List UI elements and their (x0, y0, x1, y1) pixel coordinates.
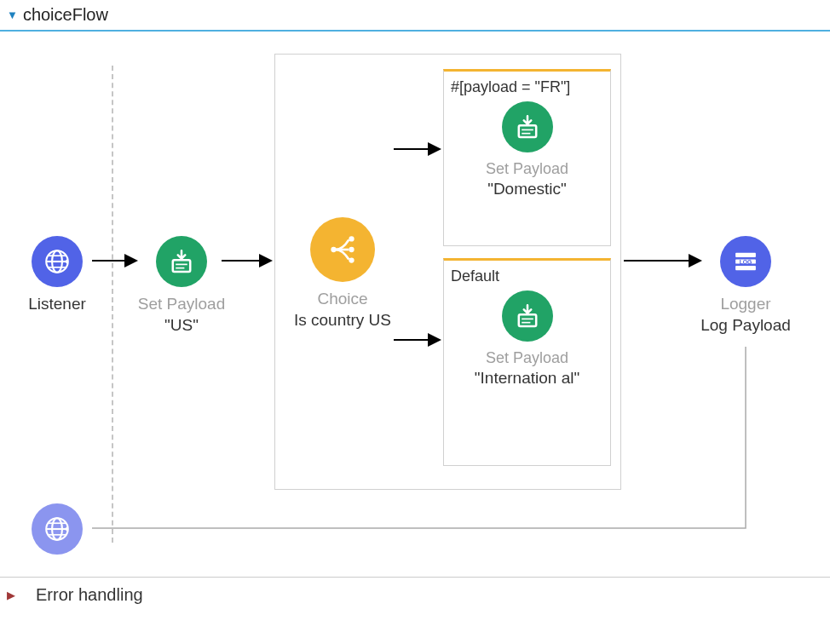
set-payload-icon (502, 290, 553, 342)
set-payload-icon (156, 236, 207, 287)
logger-node[interactable]: LOG Logger Log Payload (690, 236, 801, 336)
set-payload-value: "Internation al" (451, 368, 603, 389)
globe-icon (32, 503, 83, 555)
choice-when-branch[interactable]: #[payload = "FR"] Set Payload "Domestic" (443, 69, 611, 246)
flow-name: choiceFlow (23, 5, 108, 25)
svg-rect-21 (735, 266, 756, 270)
svg-point-11 (349, 257, 354, 262)
set-payload-label: Set Payload (451, 348, 603, 368)
set-payload-us-node[interactable]: Set Payload "US" (135, 236, 228, 336)
choice-node[interactable]: Choice Is country US (291, 217, 394, 331)
set-payload-value: "Domestic" (451, 179, 603, 200)
svg-rect-5 (173, 260, 190, 272)
flow-header[interactable]: ▼ choiceFlow (0, 0, 830, 32)
chevron-right-icon: ▶ (7, 589, 15, 601)
globe-icon (32, 236, 83, 287)
svg-rect-16 (518, 314, 535, 326)
source-divider (112, 66, 113, 543)
set-payload-icon (502, 101, 553, 152)
svg-rect-13 (518, 125, 535, 137)
choice-label: Choice (291, 289, 394, 310)
chevron-down-icon: ▼ (7, 9, 18, 21)
logger-label: Logger (690, 294, 801, 315)
error-handling-label: Error handling (36, 584, 143, 605)
choice-name: Is country US (291, 310, 394, 331)
error-source-node[interactable] (10, 503, 104, 561)
logger-name: Log Payload (690, 315, 801, 336)
choice-default-branch[interactable]: Default Set Payload "Internation al" (443, 258, 611, 466)
default-label: Default (451, 267, 603, 285)
error-handling-section[interactable]: ▶ Error handling (0, 577, 830, 612)
listener-node[interactable]: Listener (10, 236, 104, 315)
svg-point-10 (349, 247, 354, 252)
when-condition: #[payload = "FR"] (451, 78, 603, 96)
choice-icon (310, 217, 375, 282)
listener-label: Listener (10, 294, 104, 315)
set-payload-label: Set Payload (451, 159, 603, 179)
set-payload-value: "US" (135, 315, 228, 336)
logger-icon: LOG (720, 236, 771, 287)
svg-text:LOG: LOG (740, 259, 752, 265)
set-payload-label: Set Payload (135, 294, 228, 315)
svg-rect-19 (735, 253, 756, 257)
svg-point-9 (349, 236, 354, 241)
flow-canvas[interactable]: Listener Set Payload "US" (0, 32, 830, 577)
